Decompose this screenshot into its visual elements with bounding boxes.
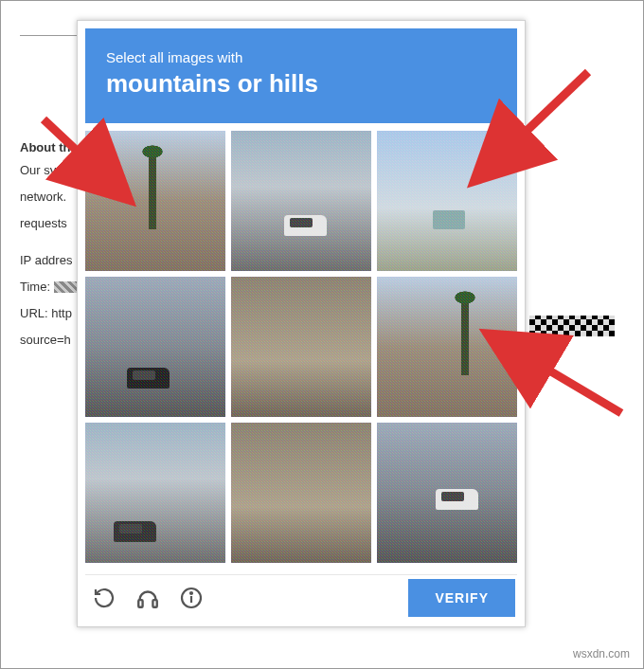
pixelated-region (529, 316, 615, 336)
svg-rect-1 (152, 600, 156, 607)
url-label: URL: http (20, 306, 72, 320)
captcha-tile-9[interactable] (377, 423, 517, 563)
captcha-header: Select all images with mountains or hill… (85, 28, 517, 123)
captcha-tile-8[interactable] (231, 423, 371, 563)
svg-point-4 (190, 592, 192, 594)
info-icon[interactable] (178, 585, 205, 611)
svg-rect-0 (138, 600, 142, 607)
ip-label: IP addres (20, 253, 72, 267)
time-label: Time: (20, 280, 50, 294)
source-label: source=h (20, 333, 71, 347)
watermark: wsxdn.com (573, 647, 630, 660)
reload-icon[interactable] (91, 585, 117, 611)
captcha-footer: VERIFY (85, 574, 517, 619)
captcha-tile-3[interactable] (377, 131, 517, 271)
verify-button[interactable]: VERIFY (408, 579, 515, 617)
captcha-instruction-line2: mountains or hills (106, 69, 496, 99)
captcha-tile-4[interactable] (85, 277, 225, 417)
captcha-tile-1[interactable] (85, 131, 225, 271)
captcha-instruction-line1: Select all images with (106, 49, 496, 65)
captcha-tile-5[interactable] (231, 277, 371, 417)
captcha-tile-7[interactable] (85, 423, 225, 563)
captcha-modal: Select all images with mountains or hill… (77, 20, 526, 627)
captcha-tile-2[interactable] (231, 131, 371, 271)
audio-icon[interactable] (134, 585, 161, 611)
captcha-image-grid (85, 131, 517, 563)
captcha-tile-6[interactable] (377, 277, 517, 417)
